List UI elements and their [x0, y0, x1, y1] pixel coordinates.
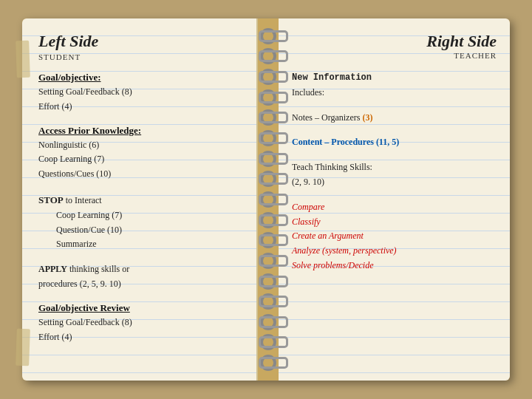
spiral-ring [260, 130, 276, 146]
skills-text: Compare Classify Create an Argument Anal… [292, 200, 497, 273]
apply-section: APPLY thinking skills or procedures (2, … [38, 262, 243, 292]
spiral-binding [258, 18, 279, 381]
new-info-value: Includes: [292, 87, 324, 98]
apply-word: APPLY [38, 264, 67, 274]
notes-highlight: (3) [362, 112, 372, 123]
spiral-ring [260, 171, 276, 187]
access-heading: Access Prior Knowledge: [38, 125, 243, 137]
apply-text: APPLY thinking skills or procedures (2, … [38, 262, 243, 292]
stop-word: STOP [38, 194, 64, 205]
goal-text: Setting Goal/Feedback (8) Effort (4) [38, 85, 243, 115]
spiral-ring [260, 334, 276, 350]
spiral-ring [260, 273, 276, 290]
spiral-ring [260, 232, 276, 248]
spiral-ring [260, 89, 276, 106]
right-page-content: New Information Includes: Notes – Organi… [292, 70, 497, 273]
new-info-label: New Information [292, 72, 372, 83]
access-text: Nonlinguistic (6) Coop Learning (7) Ques… [38, 138, 243, 182]
stop-text: Coop Learning (7) Question/Cue (10) Summ… [38, 208, 243, 252]
skills-section: Compare Classify Create an Argument Anal… [292, 200, 497, 273]
spiral-ring [260, 109, 276, 126]
notes-text: Notes – Organizers (3) [292, 111, 497, 126]
left-page-header: Left Side STUDENT [38, 32, 243, 61]
left-page: Left Side STUDENT Goal/objective: Settin… [22, 18, 258, 381]
spiral-ring [260, 69, 276, 85]
goal-heading: Goal/objective: [38, 72, 243, 83]
stop-section: STOP to Interact Coop Learning (7) Quest… [38, 192, 243, 252]
spiral-ring [260, 293, 276, 310]
stop-heading: STOP to Interact [38, 192, 243, 208]
spiral-ring [260, 28, 276, 44]
spiral-ring [260, 48, 276, 64]
review-heading: Goal/objective Review [38, 302, 243, 314]
new-info-text: New Information Includes: [292, 70, 497, 100]
left-page-title: Left Side [38, 32, 98, 51]
access-section: Access Prior Knowledge: Nonlinguistic (6… [38, 125, 243, 182]
content-text: Content – Procedures (11, 5) [292, 135, 497, 150]
review-section: Goal/objective Review Setting Goal/Feedb… [38, 302, 243, 345]
review-text: Setting Goal/Feedback (8) Effort (4) [38, 316, 243, 345]
right-page-header: Right Side TEACHER [292, 32, 497, 60]
spiral-ring [260, 253, 276, 269]
right-page: Right Side TEACHER New Information Inclu… [279, 18, 510, 381]
tape-decoration-top [16, 41, 30, 78]
spiral-ring [260, 212, 276, 228]
right-page-title: Right Side [426, 32, 497, 51]
right-header-text: Right Side TEACHER [426, 32, 497, 60]
right-page-subtitle: TEACHER [426, 51, 497, 60]
content-highlight: Content – Procedures (11, 5) [292, 137, 399, 147]
left-page-subtitle: STUDENT [38, 52, 98, 61]
spiral-ring [260, 314, 276, 330]
teach-text: Teach Thinking Skills: (2, 9. 10) [292, 160, 497, 190]
left-page-content: Goal/objective: Setting Goal/Feedback (8… [38, 72, 243, 344]
new-info-section: New Information Includes: [292, 70, 497, 100]
spiral-ring [260, 191, 276, 208]
tape-decoration-bottom [16, 329, 30, 366]
content-section: Content – Procedures (11, 5) [292, 135, 497, 150]
teach-section: Teach Thinking Skills: (2, 9. 10) [292, 160, 497, 190]
notebook: Left Side STUDENT Goal/objective: Settin… [22, 18, 510, 381]
spiral-ring [260, 355, 276, 371]
goal-section: Goal/objective: Setting Goal/Feedback (8… [38, 72, 243, 115]
notes-section: Notes – Organizers (3) [292, 111, 497, 126]
spiral-ring [260, 151, 276, 167]
